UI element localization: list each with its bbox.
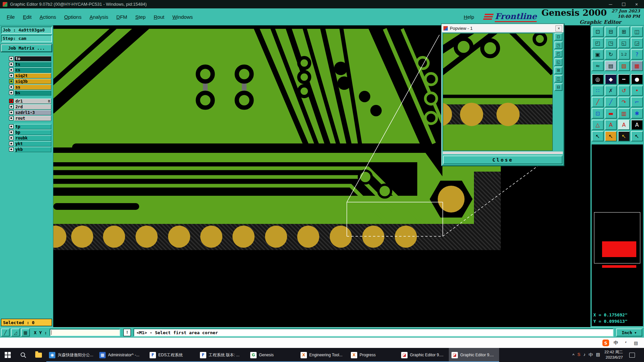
ime-sogou-icon[interactable]: S <box>602 340 609 346</box>
taskbar-app-button[interactable]: ▦ Administrator^ -... <box>97 348 147 362</box>
select-cursor-icon[interactable]: ↖ <box>592 131 604 141</box>
layer-row[interactable]: ts <box>9 62 51 67</box>
line-red-icon[interactable]: ╱ <box>592 97 604 107</box>
center-rect-icon[interactable]: ⊡ <box>592 108 604 119</box>
popview-fit-icon[interactable]: ⊡ <box>554 33 562 41</box>
zoom-home-icon[interactable]: ◲ <box>631 38 643 48</box>
layer-row[interactable]: 2rd <box>9 104 51 110</box>
layer-name[interactable]: roubk <box>14 135 51 141</box>
menu-item[interactable]: DFM <box>112 12 131 22</box>
surface-icon[interactable]: ◆ <box>605 74 617 84</box>
triangle-icon[interactable]: △ <box>592 120 604 130</box>
popview-image[interactable] <box>443 33 553 151</box>
action-center-icon[interactable] <box>629 353 635 358</box>
units-dropdown[interactable]: Inch ▾ <box>616 328 642 337</box>
popview-pan-icon[interactable]: ◱ <box>554 58 562 66</box>
file-explorer-button[interactable] <box>31 348 46 362</box>
layer-visibility-checkbox[interactable] <box>9 99 13 103</box>
menu-item[interactable]: Windows <box>168 12 197 22</box>
mesh-icon[interactable]: ▤ <box>605 61 617 71</box>
layer-visibility-checkbox[interactable] <box>9 105 13 109</box>
menu-item[interactable]: Analysis <box>86 12 112 22</box>
spin-icon[interactable]: ✱ <box>631 108 643 119</box>
layer-name[interactable]: cs <box>14 67 51 73</box>
layer-visibility-checkbox[interactable] <box>9 73 13 78</box>
point-icon[interactable]: • <box>631 85 643 96</box>
layer-name[interactable]: ykb <box>14 147 51 152</box>
taskbar-app-button[interactable]: G Genesis <box>248 348 298 362</box>
layer-row[interactable]: roubk <box>9 135 51 141</box>
layer-row[interactable]: ss <box>9 84 51 90</box>
line-blue-icon[interactable]: ╱ <box>605 97 617 107</box>
taskbar-app-button[interactable]: X Progress <box>348 348 398 362</box>
menu-item[interactable]: File <box>3 12 19 22</box>
layer-name[interactable]: tp <box>14 124 51 129</box>
taskbar-app-button[interactable]: ◉ 兴森快捷衡阳分公... <box>46 348 97 362</box>
cursor-dark-icon[interactable]: ↖ <box>618 131 630 141</box>
layer-name[interactable]: to <box>14 56 51 61</box>
points-grid-icon[interactable]: ∷ <box>592 85 604 96</box>
menu-item[interactable]: Step <box>131 12 150 22</box>
popview-close-x-button[interactable]: × <box>555 25 562 32</box>
layer-visibility-checkbox[interactable] <box>9 116 13 120</box>
layer-row[interactable]: siq3b <box>9 79 51 84</box>
origin-grid-icon[interactable]: ▦ <box>631 61 643 71</box>
layer-visibility-checkbox[interactable] <box>9 79 13 83</box>
job-matrix-button[interactable]: Job Matrix ... <box>1 44 52 52</box>
ime-keyboard-icon[interactable]: ▤ <box>633 340 639 346</box>
arc-icon[interactable]: ↷ <box>618 97 630 107</box>
popview-title-bar[interactable]: Popview - 1 × <box>442 24 564 33</box>
layer-row[interactable]: bp <box>9 130 51 135</box>
tray-expand-icon[interactable]: ^ <box>572 353 574 358</box>
tray-keyboard-icon[interactable]: ▤ <box>596 352 600 358</box>
popview-tile-icon[interactable]: ⊞ <box>554 67 562 74</box>
close-button[interactable]: × <box>635 2 638 7</box>
taskbar-app-button[interactable]: F 工程系统 版本: ... <box>197 348 248 362</box>
popview-zoom-in-icon[interactable]: ◰ <box>554 50 562 57</box>
menu-item[interactable]: Rout <box>150 12 168 22</box>
tray-sogou-icon[interactable]: S <box>578 352 581 358</box>
layer-row[interactable]: siq2t <box>9 73 51 78</box>
popview-grid-icon[interactable]: ⊟ <box>554 83 562 91</box>
tile-views-icon[interactable]: ⊞ <box>618 26 630 37</box>
pan-view-icon[interactable]: ◱ <box>618 38 630 48</box>
dual-view-icon[interactable]: ◫ <box>631 26 643 37</box>
zoom-out-icon[interactable]: ◰ <box>592 38 604 48</box>
pad-stack-icon[interactable]: ▥ <box>618 108 630 119</box>
layer-row[interactable]: to <box>9 56 51 61</box>
layer-visibility-checkbox[interactable] <box>9 141 13 146</box>
layer-name[interactable]: rout <box>14 116 51 121</box>
text-a-icon[interactable]: A <box>605 120 617 130</box>
rotate-icon[interactable]: ↺ <box>618 85 630 96</box>
layer-name[interactable]: szdrl1-3 <box>14 110 51 115</box>
diag-measure-icon[interactable]: ╱ <box>1 328 10 337</box>
popview-close-button[interactable]: Close <box>443 156 562 164</box>
redraw-icon[interactable]: ↻ <box>605 49 617 60</box>
layer-row[interactable]: cs <box>9 67 51 73</box>
maximize-view-icon[interactable]: ⊡ <box>592 26 604 37</box>
prompt-flag-button[interactable]: ! <box>123 329 131 336</box>
menu-item[interactable]: Actions <box>36 12 60 22</box>
menu-item-help[interactable]: Help <box>460 12 478 22</box>
layer-visibility-checkbox[interactable] <box>9 90 13 95</box>
layer-visibility-checkbox[interactable] <box>9 85 13 89</box>
layer-row[interactable]: ykb <box>9 147 51 152</box>
xy-coordinate-input[interactable] <box>50 329 120 336</box>
layer-name[interactable]: ykt <box>14 141 51 146</box>
layer-visibility-checkbox[interactable] <box>9 62 13 66</box>
split-view-icon[interactable]: ⊟ <box>605 26 617 37</box>
ime-lang-icon[interactable]: 中 <box>612 340 619 346</box>
layer-row[interactable]: ykt <box>9 141 51 146</box>
overview-minimap[interactable]: X = 0.175692" Y = 0.099613" <box>592 144 643 326</box>
cursor-orange-icon[interactable]: ↖ <box>605 131 617 141</box>
taskbar-app-button[interactable]: F EDS工程系统 <box>147 348 197 362</box>
dashed-line-icon[interactable]: ╍ <box>618 74 630 84</box>
tray-lang-icon[interactable]: 中 <box>589 352 593 358</box>
maximize-button[interactable]: ☐ <box>622 2 626 7</box>
layer-visibility-checkbox[interactable] <box>9 130 13 134</box>
ime-punct-icon[interactable]: ’ <box>623 340 629 346</box>
popview-sync-icon[interactable]: ◫ <box>554 75 562 82</box>
layer-visibility-checkbox[interactable] <box>9 68 13 72</box>
corner-icon[interactable]: ⌐ <box>631 97 643 107</box>
layer-visibility-checkbox[interactable] <box>9 110 13 115</box>
